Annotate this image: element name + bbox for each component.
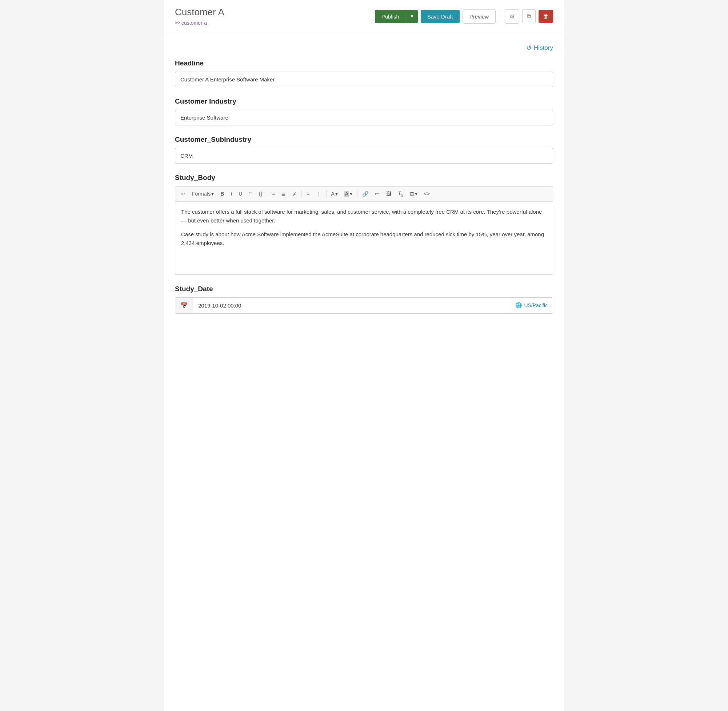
link-icon: 🔗 — [362, 191, 368, 197]
undo-icon: ↩ — [181, 191, 185, 197]
globe-icon: 🌐 — [515, 302, 522, 308]
underline-button[interactable]: U — [236, 189, 245, 198]
blockquote-icon: “” — [249, 191, 252, 197]
formats-button[interactable]: Formats ▾ — [189, 189, 217, 198]
preview-button[interactable]: Preview — [462, 9, 496, 24]
timezone-label: US/Pacific — [524, 302, 548, 308]
delete-button[interactable]: 🗑 — [539, 10, 553, 23]
study-body-p1: The customer offers a full stack of soft… — [181, 208, 547, 225]
history-label: History — [534, 44, 553, 52]
align-right-icon: ≢ — [292, 191, 297, 197]
page-header: Customer A ⚯ customer-a Publish ▼ Save D… — [164, 0, 564, 33]
customer-subindustry-label: Customer_SubIndustry — [175, 136, 553, 143]
study-date-label: Study_Date — [175, 285, 553, 293]
history-icon: ↺ — [526, 44, 532, 52]
align-right-button[interactable]: ≢ — [289, 189, 300, 198]
date-value[interactable]: 2019-10-02 00:00 — [193, 298, 510, 313]
font-color-button[interactable]: A ▾ — [328, 189, 341, 198]
toolbar-sep-1 — [267, 190, 267, 198]
date-field: 📅 2019-10-02 00:00 🌐 US/Pacific — [175, 297, 553, 314]
italic-icon: I — [230, 191, 232, 197]
timezone-button[interactable]: 🌐 US/Pacific — [510, 298, 553, 313]
code-inline-button[interactable]: {} — [256, 189, 265, 198]
publish-label[interactable]: Publish — [375, 10, 406, 23]
media-button[interactable]: ▭ — [372, 189, 382, 198]
align-center-icon: ≣ — [282, 191, 286, 197]
calendar-icon: 📅 — [180, 302, 188, 308]
customer-industry-label: Customer Industry — [175, 97, 553, 105]
bold-button[interactable]: B — [217, 189, 227, 198]
customer-industry-section: Customer Industry — [175, 97, 553, 125]
settings-button[interactable]: ⚙ — [505, 9, 519, 24]
media-icon: ▭ — [375, 191, 380, 197]
customer-subindustry-input[interactable] — [175, 148, 553, 164]
study-date-section: Study_Date 📅 2019-10-02 00:00 🌐 US/Pacif… — [175, 285, 553, 314]
ul-icon: ≡ — [307, 191, 309, 197]
save-draft-button[interactable]: Save Draft — [421, 10, 460, 23]
blockquote-button[interactable]: “” — [246, 189, 255, 198]
underline-icon: U — [239, 191, 242, 197]
font-color-dropdown: ▾ — [335, 191, 338, 197]
ol-icon: ⋮ — [316, 191, 322, 197]
table-icon: ⊞ — [410, 191, 414, 197]
code-icon: {} — [259, 191, 262, 197]
header-left: Customer A ⚯ customer-a — [175, 7, 224, 26]
editor-toolbar: ↩ Formats ▾ B I U — [175, 186, 553, 202]
rich-text-editor: ↩ Formats ▾ B I U — [175, 186, 553, 275]
image-icon: 🖼 — [386, 191, 391, 197]
customer-industry-input[interactable] — [175, 110, 553, 125]
study-body-section: Study_Body ↩ Formats ▾ B I — [175, 174, 553, 275]
bold-icon: B — [220, 191, 224, 197]
gear-icon: ⚙ — [509, 13, 515, 20]
toolbar-sep-3 — [326, 190, 326, 198]
clear-format-icon: Tx — [398, 190, 403, 198]
unordered-list-button[interactable]: ≡ — [304, 189, 312, 198]
toolbar-sep-2 — [301, 190, 302, 198]
table-button[interactable]: ⊞ ▾ — [407, 189, 420, 198]
customer-subindustry-section: Customer_SubIndustry — [175, 136, 553, 164]
bg-color-dropdown: ▾ — [350, 191, 352, 197]
align-left-button[interactable]: ≡ — [269, 189, 278, 198]
undo-button[interactable]: ↩ — [178, 189, 188, 198]
publish-button[interactable]: Publish ▼ — [375, 10, 418, 23]
image-button[interactable]: 🖼 — [383, 189, 394, 198]
publish-dropdown-arrow[interactable]: ▼ — [406, 10, 418, 22]
formats-label: Formats — [192, 191, 211, 197]
slug-text: customer-a — [182, 20, 207, 26]
toolbar-divider — [500, 10, 501, 23]
header-actions: Publish ▼ Save Draft Preview ⚙ ⧉ 🗑 — [375, 9, 553, 24]
align-center-button[interactable]: ≣ — [279, 189, 289, 198]
bg-color-button[interactable]: A ▾ — [341, 189, 355, 198]
main-content: ↺ History Headline Customer Industry Cus… — [164, 33, 564, 338]
table-dropdown: ▾ — [415, 191, 418, 197]
calendar-icon-wrap: 📅 — [175, 298, 193, 313]
align-left-icon: ≡ — [272, 191, 275, 197]
study-body-p2: Case study is about how Acme Software im… — [181, 230, 547, 248]
font-color-icon: A — [331, 191, 335, 197]
link-icon: ⚯ — [175, 19, 180, 26]
trash-icon: 🗑 — [543, 13, 549, 20]
editor-body[interactable]: The customer offers a full stack of soft… — [175, 202, 553, 274]
headline-label: Headline — [175, 59, 553, 67]
header-slug: ⚯ customer-a — [175, 19, 224, 26]
duplicate-button[interactable]: ⧉ — [522, 9, 536, 23]
page-title: Customer A — [175, 7, 224, 18]
headline-input[interactable] — [175, 72, 553, 87]
bg-color-icon: A — [344, 191, 349, 197]
headline-section: Headline — [175, 59, 553, 87]
copy-icon: ⧉ — [527, 13, 531, 20]
link-button[interactable]: 🔗 — [359, 189, 371, 198]
history-bar: ↺ History — [175, 44, 553, 52]
ordered-list-button[interactable]: ⋮ — [313, 189, 324, 198]
clear-format-button[interactable]: Tx — [395, 189, 406, 199]
formats-dropdown-icon: ▾ — [211, 191, 214, 197]
source-button[interactable]: <> — [421, 189, 433, 198]
toolbar-sep-4 — [357, 190, 357, 198]
source-icon: <> — [424, 191, 430, 197]
history-button[interactable]: ↺ History — [526, 44, 553, 52]
study-body-label: Study_Body — [175, 174, 553, 182]
italic-button[interactable]: I — [227, 189, 235, 198]
